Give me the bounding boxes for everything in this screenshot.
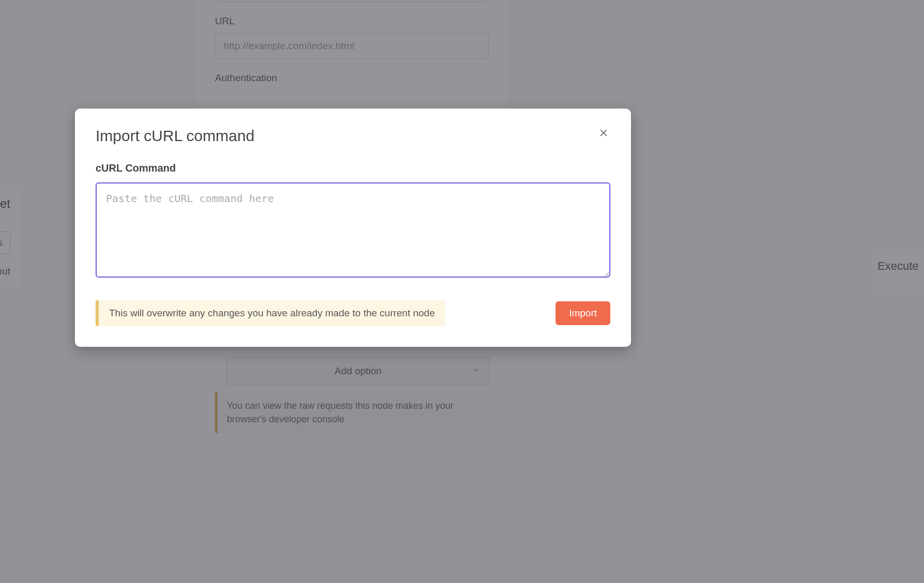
overwrite-warning: This will overwrite any changes you have…	[96, 300, 445, 326]
modal-footer: This will overwrite any changes you have…	[96, 300, 610, 326]
modal-header: Import cURL command	[96, 127, 610, 145]
curl-command-label: cURL Command	[96, 162, 610, 174]
import-button-label: Import	[569, 308, 597, 318]
close-button[interactable]	[597, 127, 610, 141]
overwrite-warning-text: This will overwrite any changes you have…	[109, 308, 435, 318]
curl-command-textarea[interactable]	[96, 182, 610, 278]
close-icon	[598, 128, 609, 140]
import-curl-modal: Import cURL command cURL Command This wi…	[75, 109, 631, 347]
modal-title: Import cURL command	[96, 127, 254, 145]
import-button[interactable]: Import	[556, 301, 610, 325]
